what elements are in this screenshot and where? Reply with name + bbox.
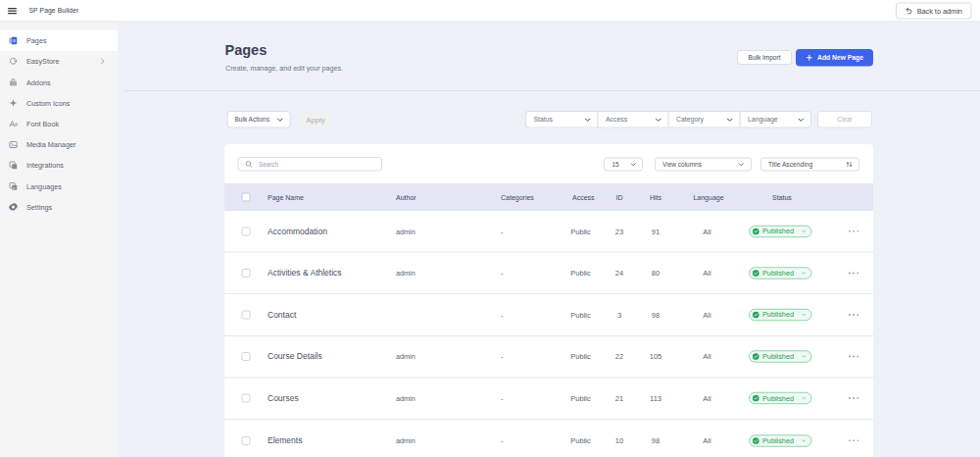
svg-text:a: a — [13, 186, 15, 190]
